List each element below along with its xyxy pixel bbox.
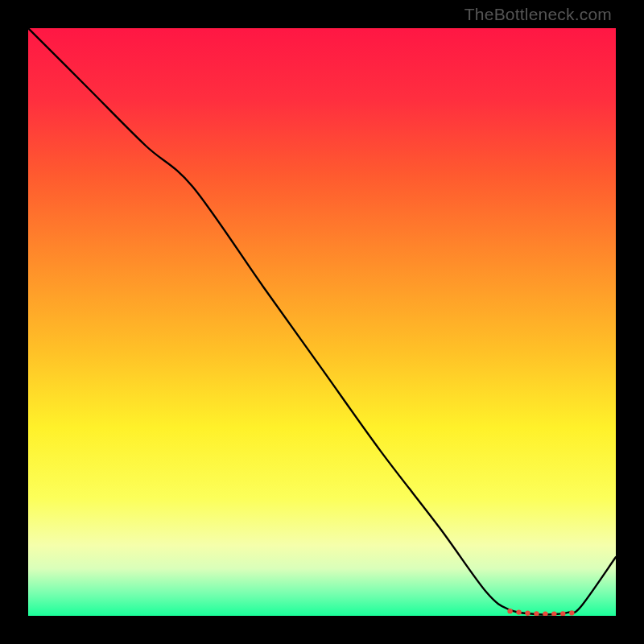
- marker-dot: [516, 609, 521, 614]
- marker-dot: [525, 611, 530, 616]
- watermark-text: TheBottleneck.com: [464, 5, 612, 24]
- marker-dot: [569, 610, 574, 615]
- chart-plot-area: [28, 28, 616, 616]
- marker-dot: [507, 609, 512, 613]
- chart-svg: [28, 28, 616, 616]
